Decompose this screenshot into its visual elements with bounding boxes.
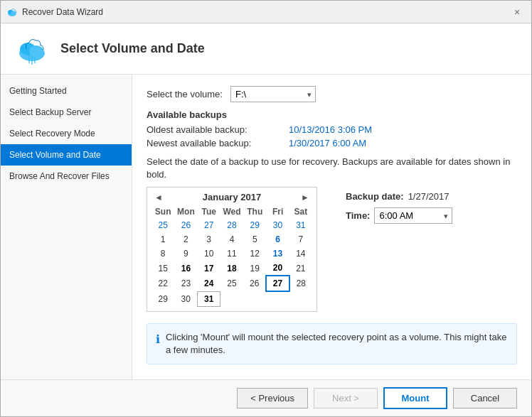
backup-date-value: 1/27/2017: [408, 191, 449, 202]
calendar-month-year: January 2017: [203, 192, 261, 202]
calendar-day[interactable]: 2: [174, 232, 197, 247]
oldest-backup-row: Oldest available backup: 10/13/2016 3:06…: [147, 124, 517, 135]
calendar-day[interactable]: 9: [174, 247, 197, 261]
calendar-header: ◄ January 2017 ►: [151, 192, 312, 202]
calendar-day[interactable]: 5: [243, 232, 266, 247]
titlebar-left: Recover Data Wizard: [6, 6, 103, 18]
calendar-day[interactable]: 26: [174, 218, 197, 232]
info-icon: ℹ: [156, 332, 160, 347]
volume-row: Select the volume: F:\ C:\ D:\ E:\: [147, 86, 517, 102]
instructions-text: Select the date of a backup to use for r…: [147, 156, 517, 181]
close-button[interactable]: ×: [509, 5, 526, 19]
calendar-day[interactable]: 21: [289, 261, 312, 276]
calendar-day[interactable]: 23: [174, 276, 197, 291]
calendar-day[interactable]: 8: [151, 247, 174, 261]
app-icon: [6, 6, 18, 18]
calendar-day[interactable]: 10: [198, 247, 220, 261]
calendar-day[interactable]: 28: [220, 218, 243, 232]
main-content: Select the volume: F:\ C:\ D:\ E:\ Avail…: [132, 75, 531, 379]
newest-value: 1/30/2017 6:00 AM: [289, 138, 366, 148]
calendar-day[interactable]: 31: [289, 218, 312, 232]
calendar-day[interactable]: 20: [266, 261, 289, 276]
calendar-prev-button[interactable]: ◄: [151, 193, 166, 202]
calendar-day[interactable]: 31: [198, 291, 220, 306]
time-select[interactable]: 6:00 AM 12:00 PM 6:00 PM: [374, 207, 452, 224]
notice-text: Clicking 'Mount' will mount the selected…: [166, 331, 508, 357]
calendar-day[interactable]: [220, 291, 243, 306]
calendar-day[interactable]: 14: [289, 247, 312, 261]
col-sun: Sun: [151, 205, 174, 218]
mount-button[interactable]: Mount: [383, 387, 447, 409]
calendar-day[interactable]: 12: [243, 247, 266, 261]
calendar-day[interactable]: 30: [174, 291, 197, 306]
oldest-value: 10/13/2016 3:06 PM: [289, 124, 372, 135]
page-header: Select Volume and Date: [1, 23, 531, 75]
wizard-icon: [15, 32, 49, 66]
calendar-day[interactable]: 25: [220, 276, 243, 291]
backup-date-row: Backup date: 1/27/2017: [346, 191, 452, 202]
footer: < Previous Next > Mount Cancel: [1, 379, 531, 416]
newest-backup-row: Newest available backup: 1/30/2017 6:00 …: [147, 138, 517, 148]
col-thu: Thu: [243, 205, 266, 218]
calendar-day[interactable]: 15: [151, 261, 174, 276]
available-backups-title: Available backups: [147, 109, 517, 120]
calendar-day[interactable]: 6: [266, 232, 289, 247]
backup-date-time-section: Backup date: 1/27/2017 Time: 6:00 AM 12:…: [346, 191, 452, 228]
sidebar-item-browse-and-recover-files[interactable]: Browse And Recover Files: [1, 166, 132, 187]
main-window: Recover Data Wizard × Select Volume and …: [0, 0, 532, 417]
calendar-day[interactable]: 30: [266, 218, 289, 232]
col-tue: Tue: [198, 205, 220, 218]
calendar-day[interactable]: 13: [266, 247, 289, 261]
sidebar-item-select-volume-and-date[interactable]: Select Volume and Date: [1, 144, 132, 166]
col-mon: Mon: [174, 205, 197, 218]
calendar-day[interactable]: 27: [198, 218, 220, 232]
oldest-label: Oldest available backup:: [147, 124, 289, 135]
time-select-wrapper[interactable]: 6:00 AM 12:00 PM 6:00 PM: [374, 207, 452, 224]
cancel-button[interactable]: Cancel: [453, 388, 517, 408]
svg-point-2: [11, 11, 16, 14]
calendar-day[interactable]: 24: [198, 276, 220, 291]
sidebar-item-select-recovery-mode[interactable]: Select Recovery Mode: [1, 123, 132, 144]
time-row: Time: 6:00 AM 12:00 PM 6:00 PM: [346, 207, 452, 224]
svg-point-5: [29, 45, 43, 57]
calendar-day[interactable]: 17: [198, 261, 220, 276]
sidebar-item-getting-started[interactable]: Getting Started: [1, 80, 132, 102]
sidebar: Getting Started Select Backup Server Sel…: [1, 75, 132, 379]
col-fri: Fri: [266, 205, 289, 218]
calendar-day[interactable]: 28: [289, 276, 312, 291]
calendar-day[interactable]: 7: [289, 232, 312, 247]
volume-select-wrapper[interactable]: F:\ C:\ D:\ E:\: [230, 86, 316, 102]
calendar-grid: Sun Mon Tue Wed Thu Fri Sat 252627282930…: [151, 205, 312, 307]
calendar-day[interactable]: [289, 291, 312, 306]
calendar-day[interactable]: [243, 291, 266, 306]
col-wed: Wed: [220, 205, 243, 218]
calendar-day[interactable]: [266, 291, 289, 306]
calendar-day[interactable]: 1: [151, 232, 174, 247]
volume-label: Select the volume:: [147, 89, 225, 99]
calendar-day[interactable]: 18: [220, 261, 243, 276]
calendar-day[interactable]: 16: [174, 261, 197, 276]
content-area: Getting Started Select Backup Server Sel…: [1, 75, 531, 379]
calendar-day[interactable]: 4: [220, 232, 243, 247]
calendar-day[interactable]: 11: [220, 247, 243, 261]
calendar-next-button[interactable]: ►: [298, 193, 312, 202]
calendar-day[interactable]: 27: [266, 276, 289, 291]
page-title: Select Volume and Date: [60, 41, 205, 56]
calendar-day[interactable]: 26: [243, 276, 266, 291]
calendar-day[interactable]: 3: [198, 232, 220, 247]
next-button[interactable]: Next >: [314, 388, 378, 408]
calendar-day[interactable]: 29: [243, 218, 266, 232]
volume-select[interactable]: F:\ C:\ D:\ E:\: [230, 86, 316, 102]
previous-button[interactable]: < Previous: [237, 388, 308, 408]
time-label: Time:: [346, 210, 370, 221]
calendar-day[interactable]: 22: [151, 276, 174, 291]
window-title: Recover Data Wizard: [22, 7, 103, 17]
col-sat: Sat: [289, 205, 312, 218]
titlebar: Recover Data Wizard ×: [1, 1, 531, 23]
calendar-day[interactable]: 25: [151, 218, 174, 232]
calendar[interactable]: ◄ January 2017 ► Sun Mon Tue Wed Thu: [147, 187, 317, 312]
newest-label: Newest available backup:: [147, 138, 289, 148]
sidebar-item-select-backup-server[interactable]: Select Backup Server: [1, 102, 132, 123]
calendar-day[interactable]: 29: [151, 291, 174, 306]
calendar-day[interactable]: 19: [243, 261, 266, 276]
